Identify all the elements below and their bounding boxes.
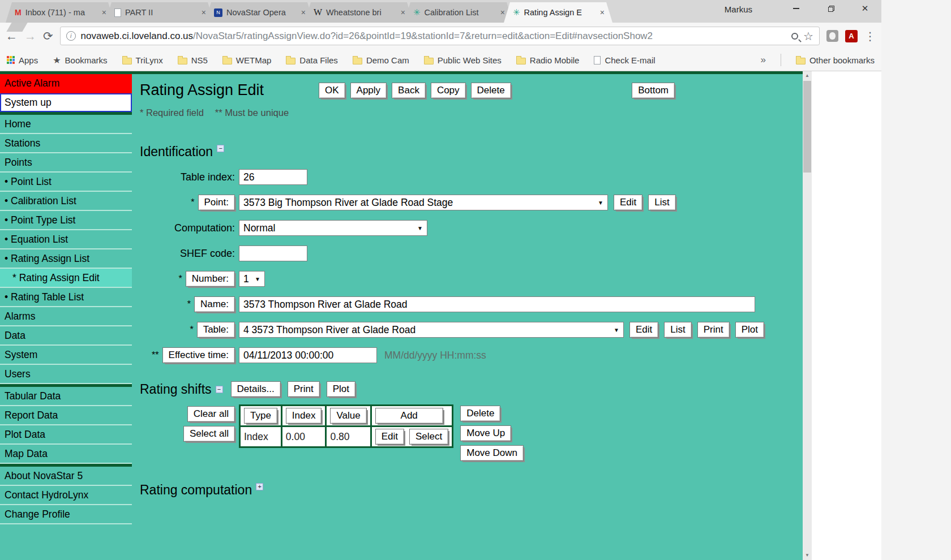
system-status-banner[interactable]: System up xyxy=(0,93,132,112)
sidebar-item[interactable]: Users xyxy=(0,365,132,384)
sidebar-item[interactable]: Plot Data xyxy=(0,425,132,445)
tab-close-icon[interactable]: × xyxy=(499,8,506,17)
action-button[interactable]: Back xyxy=(392,83,426,98)
bookmark-item[interactable]: WETMap xyxy=(222,55,272,65)
shift-tool-button[interactable]: Print xyxy=(288,381,320,397)
sidebar-item[interactable]: System xyxy=(0,346,132,365)
sidebar-item[interactable]: Points xyxy=(0,153,132,173)
forward-icon[interactable]: → xyxy=(24,30,36,42)
bookmark-item[interactable]: Data Files xyxy=(286,55,338,65)
name-input[interactable]: 3573 Thompson River at Glade Road xyxy=(239,296,755,312)
browser-tab[interactable]: Rating Assign E × xyxy=(504,2,612,23)
bookmark-item[interactable]: Public Web Sites xyxy=(424,55,502,65)
value-column-button[interactable]: Value xyxy=(330,408,366,424)
chrome-menu-icon[interactable]: ⋮ xyxy=(864,29,876,43)
bookmark-item[interactable]: TriLynx xyxy=(122,55,163,65)
tab-close-icon[interactable]: × xyxy=(300,8,307,17)
table-action-button[interactable]: List xyxy=(664,322,691,338)
bookmark-item[interactable]: Demo Cam xyxy=(353,55,409,65)
effective-time-input[interactable]: 04/11/2013 00:00:00 xyxy=(239,347,377,363)
action-button[interactable]: Copy xyxy=(431,83,466,98)
tab-close-icon[interactable]: × xyxy=(599,8,606,17)
index-column-button[interactable]: Index xyxy=(286,408,322,424)
scroll-down-icon[interactable]: ▼ xyxy=(803,551,812,560)
action-button[interactable]: Apply xyxy=(350,83,387,98)
active-alarm-banner[interactable]: Active Alarm xyxy=(0,74,132,93)
sidebar-item[interactable]: * Rating Assign Edit xyxy=(0,269,132,288)
sidebar-item[interactable]: Data xyxy=(0,326,132,346)
point-action-button[interactable]: Edit xyxy=(614,195,642,210)
shift-row-button[interactable]: Edit xyxy=(375,429,404,445)
shift-move-button[interactable]: Delete xyxy=(460,406,500,421)
reload-icon[interactable]: ⟳ xyxy=(43,30,53,42)
tab-close-icon[interactable]: × xyxy=(200,8,207,17)
browser-tab[interactable]: Inbox (711) - ma × xyxy=(6,2,114,23)
shift-tool-button[interactable]: Details... xyxy=(231,381,281,397)
sidebar-item[interactable]: Contact HydroLynx xyxy=(0,486,132,505)
browser-tab[interactable]: NovaStar Opera × xyxy=(205,2,314,23)
scrollbar-thumb[interactable] xyxy=(803,81,811,173)
bookmark-item[interactable]: Apps xyxy=(7,55,38,65)
bookmark-item[interactable]: Bookmarks xyxy=(53,55,107,66)
table-action-button[interactable]: Plot xyxy=(735,322,764,338)
sidebar-item[interactable]: • Equation List xyxy=(0,230,132,249)
tab-close-icon[interactable]: × xyxy=(400,8,406,17)
sidebar-item[interactable]: • Point List xyxy=(0,173,132,192)
extension-icon[interactable] xyxy=(826,30,838,42)
window-close-button[interactable]: ✕ xyxy=(852,0,878,17)
effective-time-label-button[interactable]: Effective time: xyxy=(162,347,235,363)
table-label-button[interactable]: Table: xyxy=(197,322,235,338)
bookmark-item[interactable]: Check E-mail xyxy=(594,55,655,65)
bottom-button[interactable]: Bottom xyxy=(632,83,675,98)
sidebar-item[interactable]: Tabular Data xyxy=(0,387,132,406)
bookmarks-overflow-icon[interactable]: » xyxy=(760,54,765,66)
sidebar-item[interactable]: • Calibration List xyxy=(0,192,132,211)
collapse-icon[interactable]: − xyxy=(216,386,223,393)
shef-input[interactable] xyxy=(239,245,307,261)
point-select[interactable]: 3573 Big Thompson River at Glade Road St… xyxy=(239,195,608,210)
table-select[interactable]: 4 3573 Thompson River at Glade Road ▼ xyxy=(239,322,624,338)
sidebar-item[interactable]: • Rating Table List xyxy=(0,288,132,307)
window-minimize-button[interactable] xyxy=(783,0,809,17)
tab-close-icon[interactable]: × xyxy=(101,8,108,17)
scrollbar[interactable]: ▲ ▼ xyxy=(803,71,812,560)
sidebar-item[interactable]: Report Data xyxy=(0,406,132,425)
expand-icon[interactable]: + xyxy=(256,483,263,490)
sidebar-item[interactable]: • Point Type List xyxy=(0,211,132,230)
other-bookmarks[interactable]: Other bookmarks xyxy=(796,55,875,65)
scroll-up-icon[interactable]: ▲ xyxy=(803,71,812,80)
sidebar-item[interactable]: Change Profile xyxy=(0,505,132,524)
bookmark-item[interactable]: NS5 xyxy=(178,55,208,65)
table-action-button[interactable]: Print xyxy=(697,322,730,338)
clear-all-button[interactable]: Clear all xyxy=(187,406,235,422)
profile-name[interactable]: Markus xyxy=(725,5,752,14)
name-label-button[interactable]: Name: xyxy=(194,296,235,312)
action-button[interactable]: Delete xyxy=(471,83,511,98)
bookmark-star-icon[interactable]: ☆ xyxy=(803,29,813,43)
number-select[interactable]: 1 ▼ xyxy=(239,271,265,287)
point-label-button[interactable]: Point: xyxy=(198,195,235,210)
action-button[interactable]: OK xyxy=(319,83,345,98)
add-button[interactable]: Add xyxy=(375,408,443,424)
shift-move-button[interactable]: Move Down xyxy=(460,445,524,461)
zoom-icon[interactable] xyxy=(791,33,798,40)
sidebar-item[interactable]: About NovaStar 5 xyxy=(0,467,132,486)
address-bar[interactable]: i novaweb.ci.loveland.co.us/NovaStar5/ra… xyxy=(60,27,820,45)
collapse-icon[interactable]: − xyxy=(217,145,224,152)
sidebar-item[interactable]: Stations xyxy=(0,134,132,153)
type-column-button[interactable]: Type xyxy=(244,408,277,424)
back-icon[interactable]: ← xyxy=(6,30,18,42)
table-index-input[interactable]: 26 xyxy=(239,169,307,185)
shift-row-button[interactable]: Select xyxy=(409,429,448,445)
browser-tab[interactable]: Calibration List × xyxy=(404,2,513,23)
shift-move-button[interactable]: Move Up xyxy=(460,425,511,441)
browser-tab[interactable]: Wheatstone bri × xyxy=(305,2,413,23)
adobe-pdf-icon[interactable]: A xyxy=(845,30,858,42)
sidebar-item[interactable]: Home xyxy=(0,115,132,134)
window-restore-button[interactable] xyxy=(818,0,844,17)
browser-tab[interactable]: PART II × xyxy=(105,2,214,23)
page-info-icon[interactable]: i xyxy=(66,31,76,41)
point-action-button[interactable]: List xyxy=(648,195,675,210)
sidebar-item[interactable]: Alarms xyxy=(0,307,132,326)
number-label-button[interactable]: Number: xyxy=(186,271,235,287)
